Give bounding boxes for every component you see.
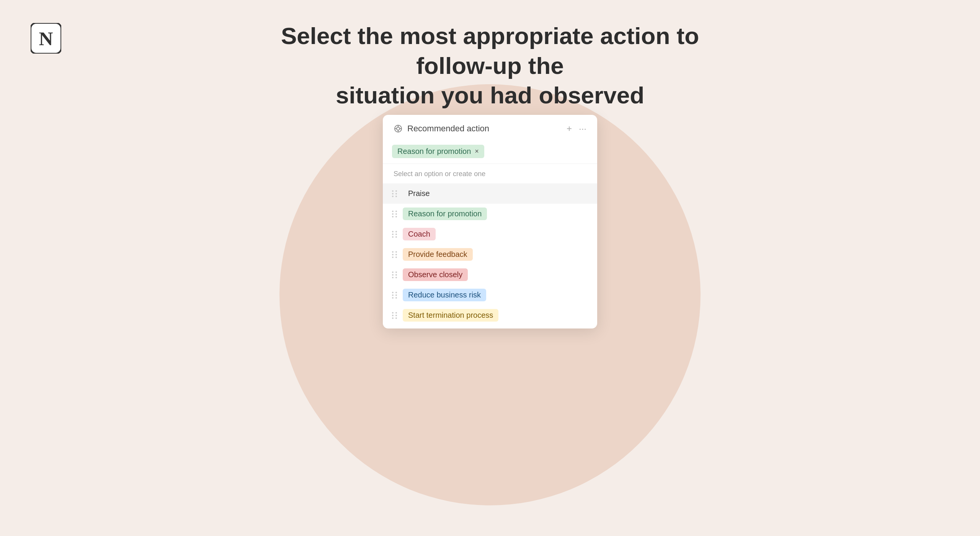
add-icon[interactable]: + <box>567 123 572 134</box>
option-row-reduce-business-risk[interactable]: Reduce business risk <box>383 285 597 305</box>
card-header-actions: + ··· <box>567 123 586 134</box>
drag-handle-icon <box>392 211 397 217</box>
card-header: Recommended action + ··· <box>383 115 597 141</box>
drag-handle-icon <box>392 271 397 278</box>
main-heading: Select the most appropriate action to fo… <box>0 21 980 110</box>
target-icon <box>394 124 403 133</box>
option-row-start-termination-process[interactable]: Start termination process <box>383 305 597 325</box>
options-list: Praise Reason for promotion <box>383 182 597 328</box>
option-row-reason-for-promotion[interactable]: Reason for promotion <box>383 204 597 224</box>
selected-tag: Reason for promotion × <box>392 145 484 158</box>
option-row-provide-feedback[interactable]: Provide feedback <box>383 244 597 265</box>
drag-handle-icon <box>392 251 397 258</box>
heading-line1: Select the most appropriate action to fo… <box>281 23 699 79</box>
dropdown-card: Recommended action + ··· Reason for prom… <box>383 115 597 328</box>
option-tag-coach: Coach <box>403 228 436 240</box>
option-tag-provide-feedback: Provide feedback <box>403 248 473 261</box>
option-row-praise[interactable]: Praise <box>383 183 597 204</box>
option-tag-start-termination-process: Start termination process <box>403 309 498 322</box>
heading-line2: situation you had observed <box>336 82 644 108</box>
svg-point-3 <box>397 127 400 130</box>
drag-handle-icon <box>392 312 397 319</box>
drag-handle-icon <box>392 231 397 238</box>
option-tag-reduce-business-risk: Reduce business risk <box>403 289 486 301</box>
drag-handle-icon <box>392 292 397 299</box>
option-tag-reason-for-promotion: Reason for promotion <box>403 208 487 220</box>
tag-close-button[interactable]: × <box>475 147 479 155</box>
option-tag-observe-closely: Observe closely <box>403 268 468 281</box>
search-hint: Select an option or create one <box>383 164 597 182</box>
drag-handle-icon <box>392 190 397 197</box>
selected-tag-label: Reason for promotion <box>397 147 471 156</box>
option-tag-praise: Praise <box>403 187 435 200</box>
more-icon[interactable]: ··· <box>579 123 586 134</box>
option-row-coach[interactable]: Coach <box>383 224 597 244</box>
option-row-observe-closely[interactable]: Observe closely <box>383 265 597 285</box>
dropdown-title: Recommended action <box>407 124 562 134</box>
selected-tag-area: Reason for promotion × <box>383 141 597 164</box>
